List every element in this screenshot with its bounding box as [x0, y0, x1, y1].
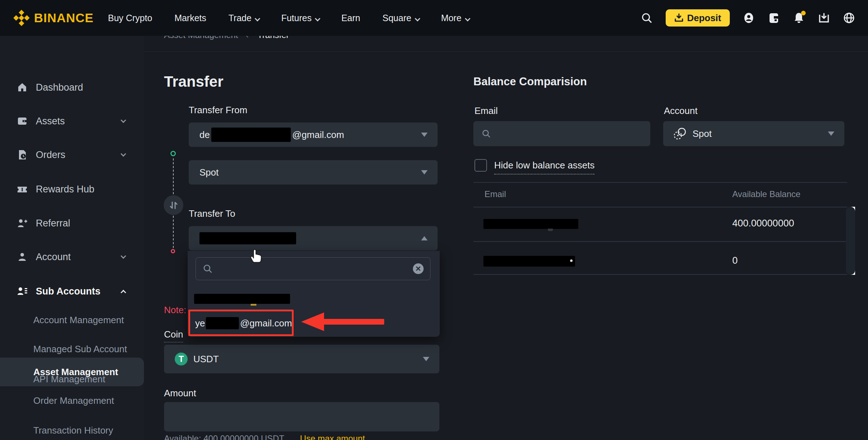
sidebar: Dashboard Assets Orders — [0, 36, 144, 440]
notifications-bell-icon[interactable] — [793, 12, 805, 24]
sidebar-item-account[interactable]: Account — [0, 243, 144, 271]
clear-search-icon[interactable]: ✕ — [413, 263, 424, 274]
usdt-coin-icon: T — [175, 353, 188, 365]
redacted-option-1[interactable] — [194, 294, 290, 304]
binance-asset-management-page: Asset Management Transfer Transfer Trans… — [0, 0, 868, 440]
nav-item-more[interactable]: More — [441, 13, 469, 23]
mouse-cursor — [249, 247, 264, 265]
amount-label: Amount — [164, 388, 196, 399]
nav-item-buy-crypto[interactable]: Buy Crypto — [108, 13, 152, 23]
redacted-from-email — [211, 128, 291, 142]
chevron-down-icon — [121, 117, 126, 123]
transfer-to-label: Transfer To — [189, 208, 235, 219]
chevron-down-icon — [423, 357, 429, 361]
connector-dashed-line — [173, 158, 174, 194]
page-title: Transfer — [164, 73, 223, 90]
email-search-box[interactable] — [473, 121, 650, 146]
sidebar-subitem-asset-management[interactable]: Asset Management — [0, 358, 144, 386]
sidebar-item-sub-accounts[interactable]: Sub Accounts — [0, 277, 144, 306]
language-globe-icon[interactable] — [843, 12, 855, 24]
spot-account-icon — [672, 126, 688, 141]
sidebar-item-dashboard[interactable]: Dashboard — [0, 73, 144, 102]
from-account-dropdown[interactable]: Spot — [189, 160, 438, 185]
nav-item-trade[interactable]: Trade — [228, 13, 259, 23]
sidebar-item-assets[interactable]: Assets — [0, 107, 144, 135]
option-search-box[interactable]: ✕ — [196, 257, 430, 280]
wallet-icon[interactable] — [768, 12, 780, 24]
available-balance-text: Available: 400.00000000 USDT — [164, 434, 284, 440]
sub-accounts-icon — [16, 286, 28, 297]
binance-diamond-icon — [13, 10, 30, 26]
redacted-row-email — [483, 256, 575, 267]
sidebar-subitem-order-management[interactable]: Order Management — [0, 386, 144, 415]
deposit-download-icon — [674, 13, 684, 23]
search-icon — [481, 129, 491, 139]
from-email-prefix: de — [199, 129, 210, 140]
transfer-to-dropdown[interactable] — [189, 226, 438, 250]
chevron-down-icon — [415, 16, 420, 21]
binance-logo[interactable]: BINANCE — [13, 10, 93, 26]
sidebar-item-label: Rewards Hub — [36, 184, 95, 195]
sidebar-subitem-account-management[interactable]: Account Management — [0, 306, 144, 334]
search-icon[interactable] — [641, 12, 653, 24]
nav-item-futures[interactable]: Futures — [281, 13, 319, 23]
sidebar-subitem-transaction-history[interactable]: Transaction History — [0, 416, 144, 440]
sidebar-item-label: Dashboard — [36, 82, 83, 93]
referral-icon — [16, 217, 28, 229]
nav-item-square[interactable]: Square — [382, 13, 419, 23]
chevron-down-icon — [315, 16, 320, 21]
coin-dropdown[interactable]: T USDT — [164, 345, 439, 373]
nav-item-earn[interactable]: Earn — [341, 13, 360, 23]
chevron-down-icon — [121, 253, 126, 259]
chevron-down-icon — [121, 151, 126, 157]
balance-comparison-title: Balance Comparision — [473, 75, 587, 88]
coin-value: USDT — [193, 354, 219, 365]
account-filter-dropdown[interactable]: Spot — [663, 121, 844, 146]
chevron-up-icon — [421, 236, 428, 240]
redaction-artifact — [548, 229, 553, 231]
orders-icon — [16, 149, 28, 161]
email-search-input[interactable] — [496, 129, 642, 139]
search-icon — [202, 263, 213, 274]
transfer-from-label: Transfer From — [189, 105, 247, 116]
swap-arrows-icon — [168, 200, 179, 211]
connector-end-dot — [171, 249, 175, 253]
option-search-input[interactable] — [218, 264, 413, 274]
hide-low-balance-checkbox[interactable] — [474, 159, 487, 172]
chevron-down-icon — [828, 131, 834, 136]
account-filter-label: Account — [664, 105, 698, 116]
connector-dashed-line — [173, 216, 174, 248]
sidebar-item-label: Sub Accounts — [36, 286, 101, 297]
sidebar-item-orders[interactable]: Orders — [0, 140, 144, 169]
sidebar-subitem-label: Account Management — [33, 315, 124, 326]
sidebar-item-rewards-hub[interactable]: Rewards Hub — [0, 175, 144, 204]
nav-item-markets[interactable]: Markets — [174, 13, 206, 23]
from-email-suffix: @gmail.com — [292, 129, 344, 140]
amount-input[interactable] — [164, 402, 439, 431]
swap-direction-button[interactable] — [164, 195, 183, 215]
rewards-icon — [16, 183, 28, 195]
use-max-amount-link[interactable]: Use max amount — [300, 434, 365, 440]
account-icon — [16, 251, 28, 263]
deposit-button[interactable]: Deposit — [666, 9, 730, 27]
app-download-icon[interactable] — [818, 12, 830, 24]
assets-icon — [16, 115, 28, 127]
profile-icon[interactable] — [743, 12, 755, 24]
chevron-up-icon — [121, 290, 126, 295]
notification-badge — [801, 11, 806, 15]
row-balance: 0 — [732, 255, 738, 266]
home-icon — [16, 82, 28, 93]
binance-logo-text: BINANCE — [34, 11, 93, 25]
annotation-arrow-icon — [301, 312, 324, 331]
sidebar-item-referral[interactable]: Referral — [0, 209, 144, 238]
account-filter-value: Spot — [693, 128, 712, 139]
table-scrollbar-thumb[interactable] — [846, 207, 855, 275]
sidebar-item-label: Referral — [36, 218, 70, 229]
redacted-to-email — [199, 232, 296, 244]
row-balance: 400.00000000 — [732, 218, 794, 229]
table-header-balance: Available Balance — [732, 189, 800, 199]
table-divider — [473, 207, 847, 207]
sidebar-subitem-label: Managed Sub Account — [33, 344, 127, 355]
transfer-from-dropdown[interactable]: de @gmail.com — [189, 123, 438, 147]
hide-low-balance-label[interactable]: Hide low balance assets — [494, 160, 594, 174]
